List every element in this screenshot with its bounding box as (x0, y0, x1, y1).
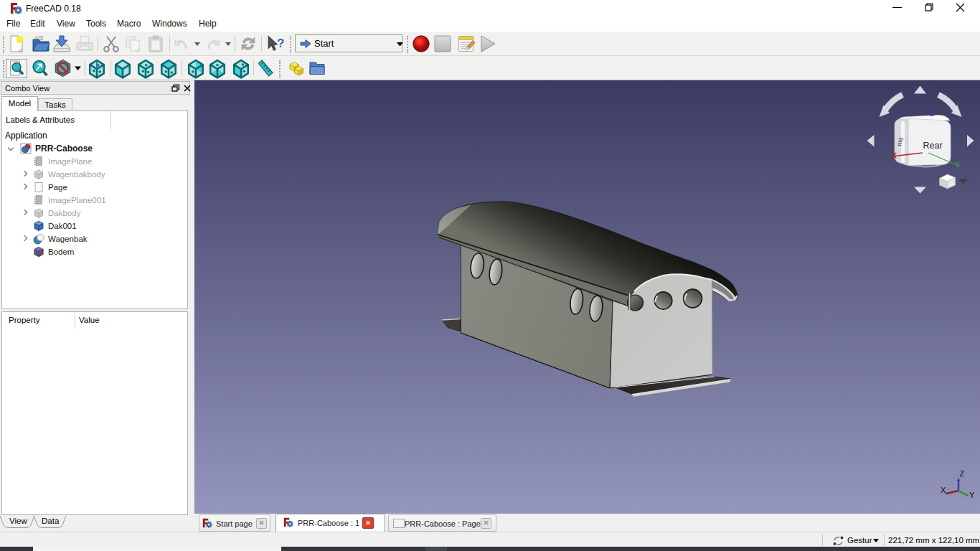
svg-text:Rig: Rig (897, 138, 903, 146)
svg-text:Rear: Rear (923, 141, 942, 151)
svg-text:Y: Y (969, 491, 975, 499)
svg-text:X: X (941, 486, 946, 494)
svg-text:Z: Z (960, 469, 965, 478)
svg-text:?: ? (277, 37, 284, 50)
svg-text:Z: Z (930, 109, 935, 118)
svg-text:Y: Y (955, 161, 960, 169)
